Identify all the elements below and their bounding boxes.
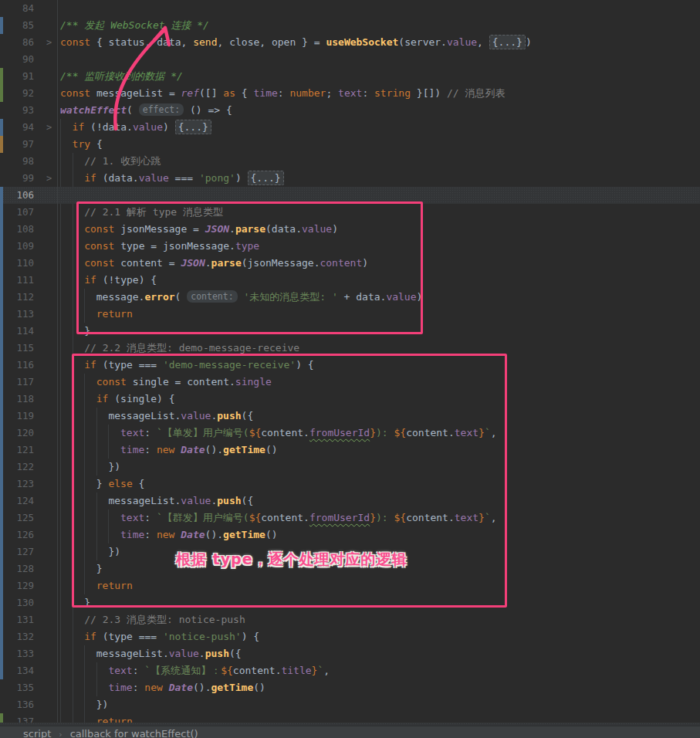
code-token: value <box>386 291 416 303</box>
code-token: time <box>108 682 132 693</box>
code-token: 'demo-message-receive' <box>163 359 296 371</box>
code-line[interactable]: 113return <box>0 306 700 323</box>
code-text: messageList.value.push({ <box>0 645 700 662</box>
code-text: time: new Date().getTime() <box>0 442 700 459</box>
code-line[interactable]: 117const single = content.single <box>0 374 700 391</box>
code-text: text: `【群发】用户编号(${content.fromUserId}): … <box>0 509 700 526</box>
code-line[interactable]: 126time: new Date().getTime() <box>0 526 700 543</box>
code-token: text <box>120 427 144 438</box>
code-line[interactable]: 123} else { <box>0 476 700 493</box>
code-text: } <box>0 594 700 611</box>
code-token: { <box>133 478 145 489</box>
code-token: ${ <box>221 665 233 676</box>
code-line[interactable]: 106 <box>0 187 700 204</box>
code-token: messageList. <box>108 495 181 506</box>
code-line[interactable]: 122}) <box>0 459 700 476</box>
code-token: time <box>253 87 277 99</box>
code-line[interactable]: 135time: new Date().getTime() <box>0 679 700 696</box>
code-token: { <box>235 87 253 99</box>
code-token: ) <box>526 36 532 48</box>
code-token: text <box>108 665 132 676</box>
code-line[interactable]: 114} <box>0 323 700 340</box>
code-token: time <box>120 444 144 455</box>
code-text: /** 发起 WebSocket 连接 */ <box>0 17 700 34</box>
code-text: return <box>0 306 700 323</box>
folded-region[interactable]: {...} <box>248 171 284 185</box>
code-token: (). <box>193 682 211 693</box>
code-line[interactable]: 119messageList.value.push({ <box>0 408 700 425</box>
code-line[interactable]: 98// 1. 收到心跳 <box>0 153 700 170</box>
code-line[interactable]: 134text: `【系统通知】：${content.title}`, <box>0 662 700 679</box>
code-line[interactable]: 99>if (data.value === 'pong') {...} <box>0 170 700 187</box>
code-line[interactable]: 124messageList.value.push({ <box>0 493 700 509</box>
code-text: } <box>0 323 700 340</box>
code-line[interactable]: 121time: new Date().getTime() <box>0 442 700 459</box>
code-line[interactable]: 136}) <box>0 696 700 713</box>
code-line[interactable]: 107// 2.1 解析 type 消息类型 <box>0 204 700 221</box>
code-token: getTime <box>223 444 265 455</box>
code-text: if (data.value === 'pong') {...} <box>0 170 700 187</box>
code-line[interactable]: 120text: `【单发】用户编号(${content.fromUserId}… <box>0 425 700 442</box>
code-area[interactable]: 8485/** 发起 WebSocket 连接 */86>const { sta… <box>0 0 700 730</box>
code-line[interactable]: 85/** 发起 WebSocket 连接 */ <box>0 17 700 34</box>
breadcrumb-item-script[interactable]: script <box>23 728 51 738</box>
code-text: text: `【单发】用户编号(${content.fromUserId}): … <box>0 425 700 442</box>
code-token: (type === <box>96 631 163 642</box>
code-line[interactable]: 116if (type === 'demo-message-receive') … <box>0 357 700 374</box>
parameter-hint: content: <box>187 290 237 303</box>
code-line[interactable]: 129return <box>0 577 700 594</box>
code-line[interactable]: 133messageList.value.push({ <box>0 645 700 662</box>
code-line[interactable]: 125text: `【群发】用户编号(${content.fromUserId}… <box>0 509 700 526</box>
code-token: message. <box>96 291 145 303</box>
code-token: fromUserId <box>309 512 370 523</box>
code-line[interactable]: 92const messageList = ref([] as { time: … <box>0 85 700 102</box>
code-text: } <box>0 560 700 577</box>
code-line[interactable]: 109const type = jsonMessage.type <box>0 238 700 255</box>
code-token: const <box>84 257 120 269</box>
code-text <box>0 187 700 204</box>
folded-region[interactable]: {...} <box>489 35 526 49</box>
code-line[interactable]: 84 <box>0 0 700 17</box>
code-line[interactable]: 132if (type === 'notice-push') { <box>0 628 700 645</box>
code-token: push <box>205 648 229 659</box>
code-token: 'notice-push' <box>163 631 242 642</box>
code-text: const { status, data, send, close, open … <box>0 34 700 51</box>
code-token: value <box>139 172 169 184</box>
code-line[interactable]: 131// 2.3 消息类型: notice-push <box>0 611 700 628</box>
code-line[interactable]: 130} <box>0 594 700 611</box>
code-line[interactable]: 94>if (!data.value) {...} <box>0 119 700 136</box>
code-token: // 2.1 解析 type 消息类型 <box>84 206 223 218</box>
code-token: value <box>133 121 163 133</box>
code-text: if (!type) { <box>0 272 700 289</box>
code-line[interactable]: 112message.error( content: '未知的消息类型: ' +… <box>0 289 700 306</box>
code-line[interactable]: 110const content = JSON.parse(jsonMessag… <box>0 255 700 272</box>
code-token: . <box>205 257 211 269</box>
breadcrumb: script›callback for watchEffect() <box>0 726 700 738</box>
code-line[interactable]: 115// 2.2 消息类型: demo-message-receive <box>0 340 700 357</box>
code-line[interactable]: 86>const { status, data, send, close, op… <box>0 34 700 51</box>
code-line[interactable]: 127}) <box>0 543 700 560</box>
code-line[interactable]: 97try { <box>0 136 700 153</box>
code-line[interactable]: 91/** 监听接收到的数据 */ <box>0 68 700 85</box>
code-token: Date <box>181 444 205 455</box>
code-token: new <box>157 529 174 540</box>
code-line[interactable]: 108const jsonMessage = JSON.parse(data.v… <box>0 221 700 238</box>
code-line[interactable]: 90 <box>0 51 700 68</box>
folded-region[interactable]: {...} <box>175 120 211 134</box>
code-token: ) <box>163 121 175 133</box>
code-line[interactable]: 128} <box>0 560 700 577</box>
code-line[interactable]: 93watchEffect( effect: () => { <box>0 102 700 119</box>
code-token: const <box>84 223 120 235</box>
code-token: // 1. 收到心跳 <box>84 155 161 167</box>
code-token: , <box>491 427 497 438</box>
code-token <box>163 682 169 693</box>
code-line[interactable]: 118if (single) { <box>0 391 700 408</box>
code-token: === <box>169 172 199 184</box>
code-token: , <box>491 512 497 523</box>
code-line[interactable]: 111if (!type) { <box>0 272 700 289</box>
code-token: text <box>338 87 362 99</box>
code-token: push <box>217 495 241 506</box>
code-editor[interactable]: 8485/** 发起 WebSocket 连接 */86>const { sta… <box>0 0 700 738</box>
code-token: () <box>253 682 265 693</box>
breadcrumb-item-callback[interactable]: callback for watchEffect() <box>70 728 198 738</box>
